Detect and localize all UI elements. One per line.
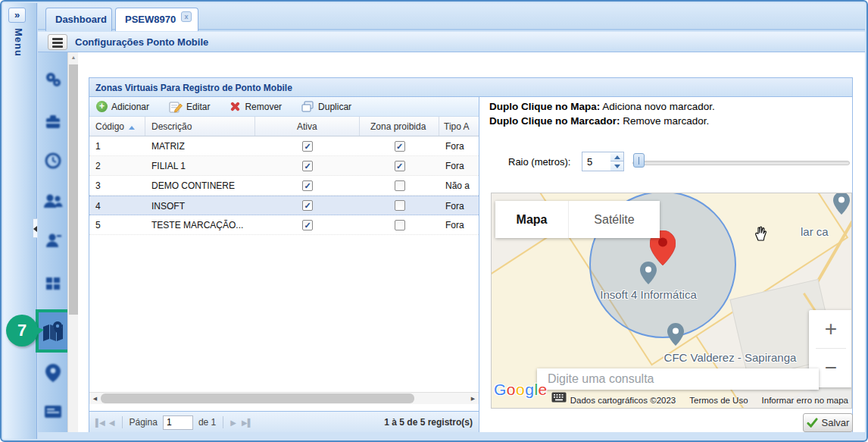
column-header-zona-proibida[interactable]: Zona proibida [360,117,439,136]
instruction-line: Duplo Clique no Marcador: Remove marcado… [489,115,709,127]
cell-descricao: DEMO CONTINERE [145,176,255,195]
zoom-in-button[interactable]: + [809,310,852,348]
expand-menu-button[interactable]: » [8,8,26,23]
menu-vertical-label[interactable]: Menu [13,28,24,57]
remove-button[interactable]: Remover [229,101,282,112]
first-page-button[interactable]: ▌◀ [95,418,104,427]
user-icon[interactable] [43,230,63,250]
modules-grid-icon[interactable] [43,274,63,293]
save-label: Salvar [822,417,850,428]
duplicate-button[interactable]: Duplicar [301,101,351,112]
radius-label: Raio (metros): [508,156,570,168]
table-row[interactable]: 3DEMO CONTINERE✓Não a [89,176,479,196]
page-input[interactable] [163,415,193,430]
poi-marker[interactable] [833,193,850,215]
table-row[interactable]: 1MATRIZ✓✓Fora [89,136,479,156]
checkbox-ativa[interactable]: ✓ [302,141,313,152]
clock-icon[interactable] [43,151,63,171]
edit-button[interactable]: Editar [169,101,210,113]
collapse-handle[interactable] [33,218,37,238]
grid-column-headers: Código Descrição Ativa Zona proibida Tip… [89,117,479,136]
checkbox-zona-proibida[interactable]: ✓ [395,141,405,152]
gears-icon[interactable] [43,70,63,89]
stepper-up-button[interactable] [610,152,624,161]
scroll-left-icon[interactable]: ◀ [89,393,101,404]
instruction-text: Remove marcador. [620,115,710,127]
checkbox-zona-proibida[interactable] [395,220,405,230]
cell-ativa: ✓ [255,176,360,195]
checkbox-ativa[interactable]: ✓ [302,161,313,171]
grid-body: 1MATRIZ✓✓Fora2FILIAL 1✓✓Fora3DEMO CONTIN… [89,136,479,235]
report-map-error-link[interactable]: Informar erro no mapa [762,396,848,405]
radius-input[interactable]: 5 [582,152,611,171]
prev-page-button[interactable]: ◀ [109,418,115,427]
checkbox-zona-proibida[interactable] [395,200,405,211]
zones-panel: Zonas Virtuais Para Registro de Ponto Mo… [89,77,853,434]
page-header: Configurações Ponto Mobile [38,32,865,52]
cell-ativa: ✓ [255,196,360,215]
cell-tipo: Fora [439,156,479,175]
add-button[interactable]: + Adicionar [96,101,149,112]
google-logo[interactable]: Google [494,381,548,399]
device-card-icon[interactable] [43,402,63,422]
table-row[interactable]: 2FILIAL 1✓✓Fora [89,156,479,176]
stepper-down-button[interactable] [610,161,624,171]
scroll-up-icon[interactable]: ▲ [68,52,79,63]
map-zones-icon [42,321,64,342]
terms-of-use-link[interactable]: Termos de Uso [689,396,748,405]
checkbox-ativa[interactable]: ✓ [302,180,313,191]
tab-dashboard[interactable]: Dashboard [45,8,112,31]
next-page-button[interactable]: ▶ [230,418,236,427]
cell-descricao: INSOFT [145,196,255,215]
cell-codigo: 3 [89,176,145,195]
hscroll-thumb[interactable] [101,393,414,403]
instruction-line: Duplo Clique no Mapa: Adiciona novo marc… [489,101,715,112]
users-icon[interactable] [43,191,63,211]
column-header-descricao[interactable]: Descrição [145,117,255,136]
poi-marker[interactable] [667,323,684,346]
radius-slider-track[interactable] [632,161,850,165]
checkbox-zona-proibida[interactable]: ✓ [395,161,405,171]
tab-label: PSEW8970 [125,14,176,25]
checkbox-zona-proibida[interactable] [395,180,405,191]
save-button[interactable]: Salvar [803,413,853,432]
keyboard-icon[interactable] [551,392,567,403]
cell-zona-proibida: ✓ [360,136,439,155]
hamburger-menu-button[interactable] [48,34,67,50]
instruction-bold: Duplo Clique no Mapa: [489,101,600,112]
grid-hscrollbar[interactable]: ◀ ▶ [89,392,479,404]
column-header-tipo[interactable]: Tipo A [439,117,479,136]
table-row[interactable]: 4INSOFT✓Fora [89,196,479,215]
tab-psew8970[interactable]: PSEW8970 x [115,8,198,31]
radius-slider-handle[interactable] [633,153,645,168]
checkbox-ativa[interactable]: ✓ [302,220,313,230]
checkbox-ativa[interactable]: ✓ [302,200,313,211]
map-type-map-button[interactable]: Mapa [495,201,569,238]
location-pin-icon[interactable] [43,363,63,383]
tab-label: Dashboard [55,14,107,25]
poi-label[interactable]: CFC Valderez - Sapiranga [654,351,806,364]
google-map[interactable]: lar ca Insoft 4 Informática CFC Valderez… [491,193,852,409]
window-frame: » Menu Dashboard PSEW8970 x Configuraçõe… [0,0,868,442]
briefcase-icon[interactable] [43,111,63,131]
step-badge: 7 [6,315,38,346]
map-type-satellite-button[interactable]: Satélite [569,201,660,238]
radius-stepper [610,152,624,171]
cell-tipo: Fora [439,215,479,234]
cell-zona-proibida [360,176,439,195]
column-header-codigo[interactable]: Código [89,117,145,136]
column-header-ativa[interactable]: Ativa [255,117,360,136]
search-input[interactable] [537,368,819,390]
table-row[interactable]: 5TESTE MARCAÇÃO...✓Fora [89,215,479,235]
sidebar-scrollbar[interactable]: ▲ ▼ [67,52,78,439]
close-icon[interactable]: x [181,11,192,22]
cell-ativa: ✓ [255,215,360,234]
zones-grid: + Adicionar Editar Remover [89,97,479,433]
map-search-box[interactable] [537,368,819,390]
last-page-button[interactable]: ▶▌ [242,418,253,427]
poi-label[interactable]: lar ca [801,225,852,238]
scroll-right-icon[interactable]: ▶ [467,393,479,404]
poi-label[interactable]: Insoft 4 Informática [573,288,724,301]
cell-zona-proibida [360,196,439,215]
scrollbar-thumb[interactable] [69,64,78,315]
